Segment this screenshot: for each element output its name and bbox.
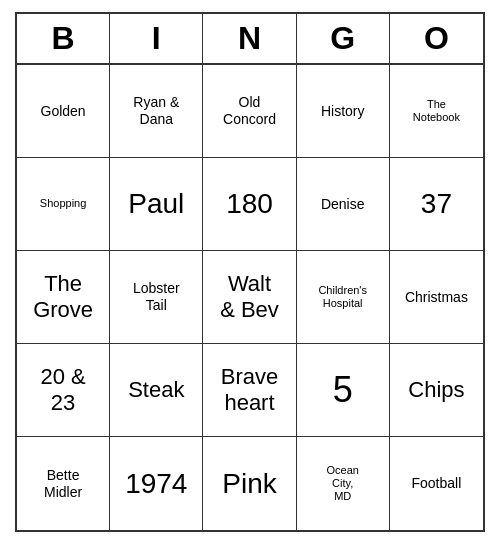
header-letter-g: G — [297, 14, 390, 63]
header-letter-b: B — [17, 14, 110, 63]
bingo-cell-4: The Notebook — [390, 65, 483, 158]
bingo-cell-5: Shopping — [17, 158, 110, 251]
bingo-cell-11: Lobster Tail — [110, 251, 203, 344]
bingo-cell-0: Golden — [17, 65, 110, 158]
bingo-cell-16: Steak — [110, 344, 203, 437]
bingo-cell-6: Paul — [110, 158, 203, 251]
bingo-cell-13: Children's Hospital — [297, 251, 390, 344]
header-letter-i: I — [110, 14, 203, 63]
bingo-card: BINGO GoldenRyan & DanaOld ConcordHistor… — [15, 12, 485, 532]
bingo-cell-8: Denise — [297, 158, 390, 251]
bingo-cell-19: Chips — [390, 344, 483, 437]
bingo-cell-15: 20 & 23 — [17, 344, 110, 437]
bingo-grid: GoldenRyan & DanaOld ConcordHistoryThe N… — [17, 65, 483, 530]
bingo-cell-20: Bette Midler — [17, 437, 110, 530]
bingo-cell-1: Ryan & Dana — [110, 65, 203, 158]
bingo-cell-17: Brave heart — [203, 344, 296, 437]
bingo-cell-9: 37 — [390, 158, 483, 251]
bingo-cell-21: 1974 — [110, 437, 203, 530]
bingo-cell-14: Christmas — [390, 251, 483, 344]
bingo-cell-22: Pink — [203, 437, 296, 530]
bingo-cell-24: Football — [390, 437, 483, 530]
bingo-cell-10: The Grove — [17, 251, 110, 344]
bingo-cell-18: 5 — [297, 344, 390, 437]
bingo-cell-7: 180 — [203, 158, 296, 251]
bingo-cell-3: History — [297, 65, 390, 158]
bingo-cell-2: Old Concord — [203, 65, 296, 158]
header-letter-n: N — [203, 14, 296, 63]
bingo-cell-12: Walt & Bev — [203, 251, 296, 344]
bingo-header: BINGO — [17, 14, 483, 65]
bingo-cell-23: Ocean City, MD — [297, 437, 390, 530]
header-letter-o: O — [390, 14, 483, 63]
